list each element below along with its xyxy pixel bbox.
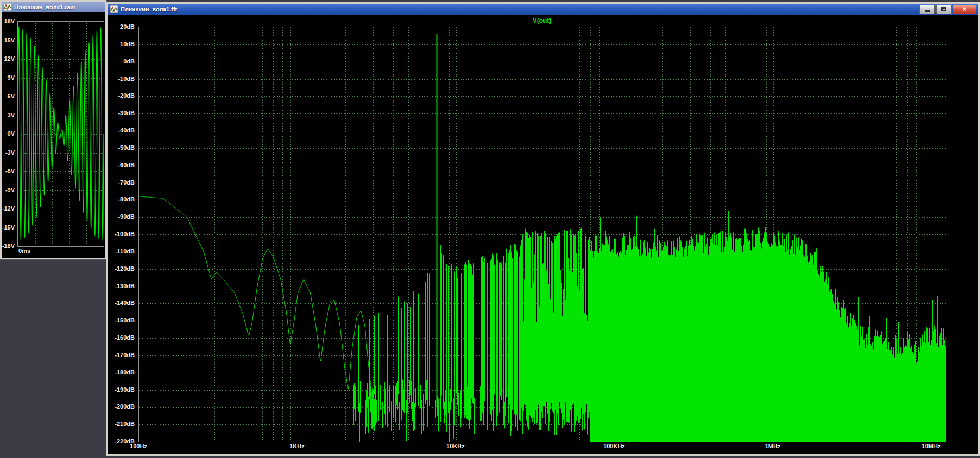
window-controls: × — [919, 5, 976, 14]
fft-y-tick-label: -30dB — [118, 110, 135, 116]
close-icon: × — [963, 6, 966, 12]
raw-y-tick-label: -3V — [5, 149, 15, 156]
fft-y-tick-label: -190dB — [115, 386, 135, 393]
raw-y-tick-label: 3V — [8, 112, 15, 118]
window-raw: Плюшкин_волк1.raw 18V15V12V9V6V3V0V-3V-6… — [0, 0, 106, 259]
fft-y-tick-label: 10dB — [120, 41, 135, 47]
fft-y-tick-label: -90dB — [118, 213, 135, 220]
fft-y-tick-label: -50dB — [118, 144, 135, 151]
window-fft: Плюшкин_волк1.fft × V(out) 20dB10dB0dB-1… — [106, 2, 980, 456]
fft-y-tick-label: -40dB — [118, 127, 135, 133]
waveform-app-icon[interactable] — [4, 3, 11, 11]
fft-y-tick-label: -160dB — [115, 334, 135, 341]
fft-y-tick-label: 20dB — [120, 23, 135, 30]
fft-plot-area[interactable] — [138, 27, 946, 442]
raw-y-tick-label: 15V — [4, 37, 15, 43]
fft-y-tick-label: -20dB — [118, 92, 135, 99]
fft-client: V(out) 20dB10dB0dB-10dB-20dB-30dB-40dB-5… — [108, 15, 978, 454]
raw-client: 18V15V12V9V6V3V0V-3V-6V-9V-12V-15V-18V 0… — [2, 12, 105, 258]
fft-x-tick-label: 10KHz — [434, 443, 477, 449]
raw-plot-area[interactable] — [17, 21, 104, 247]
fft-y-tick-label: -60dB — [118, 162, 135, 168]
fft-x-tick-label: 100Hz — [117, 443, 160, 449]
fft-y-tick-label: -150dB — [115, 317, 135, 323]
raw-window-title: Плюшкин_волк1.raw — [14, 4, 75, 10]
fft-y-tick-label: -130dB — [115, 283, 135, 289]
fft-x-tick-label: 1MHz — [751, 443, 794, 449]
fft-titlebar[interactable]: Плюшкин_волк1.fft × — [108, 4, 978, 15]
fft-y-tick-label: -140dB — [115, 300, 135, 306]
fft-y-tick-label: -180dB — [115, 369, 135, 376]
fft-x-tick-label: 100KHz — [592, 443, 636, 449]
fft-y-tick-label: -210dB — [115, 421, 135, 427]
raw-y-axis-labels: 18V15V12V9V6V3V0V-3V-6V-9V-12V-15V-18V — [2, 21, 16, 246]
fft-y-tick-label: -80dB — [118, 196, 135, 202]
fft-y-tick-label: -170dB — [115, 352, 135, 358]
fft-y-tick-label: -120dB — [115, 265, 135, 272]
fft-y-tick-label: -100dB — [115, 231, 135, 237]
raw-waveform-canvas[interactable] — [18, 22, 104, 246]
raw-y-tick-label: 6V — [8, 93, 15, 99]
raw-y-tick-label: 12V — [4, 55, 15, 62]
raw-titlebar[interactable]: Плюшкин_волк1.raw — [2, 2, 105, 12]
maximize-button[interactable] — [936, 5, 952, 14]
ltspice-desktop: Плюшкин_волк1.raw 18V15V12V9V6V3V0V-3V-6… — [0, 0, 980, 458]
fft-y-tick-label: -10dB — [118, 75, 135, 82]
raw-y-tick-label: -6V — [5, 168, 15, 174]
fft-y-tick-label: -200dB — [115, 403, 135, 410]
raw-y-tick-label: 0V — [8, 130, 15, 137]
raw-y-tick-label: -9V — [5, 187, 15, 193]
raw-y-tick-label: -12V — [2, 205, 15, 212]
raw-y-tick-label: 18V — [4, 18, 15, 24]
fft-y-tick-label: 0dB — [123, 58, 135, 65]
fft-spectrum-canvas[interactable] — [139, 27, 946, 442]
close-button[interactable]: × — [953, 5, 976, 14]
raw-x-axis-labels: 0ms — [17, 247, 103, 256]
maximize-icon — [941, 7, 946, 11]
fft-y-tick-label: -70dB — [118, 179, 135, 186]
minimize-button[interactable] — [919, 5, 935, 14]
fft-x-tick-label: 10MHz — [909, 443, 953, 449]
fft-x-tick-label: 1KHz — [275, 443, 319, 449]
minimize-icon — [925, 10, 930, 12]
raw-y-tick-label: -15V — [2, 224, 15, 231]
raw-y-tick-label: -18V — [2, 243, 15, 249]
fft-trace-label[interactable]: V(out) — [138, 17, 945, 24]
fft-y-axis-labels: 20dB10dB0dB-10dB-20dB-30dB-40dB-50dB-60d… — [108, 27, 137, 441]
fft-x-axis-labels: 100Hz1KHz10KHz100KHz1MHz10MHz — [138, 442, 945, 451]
waveform-app-icon[interactable] — [110, 5, 118, 13]
fft-y-tick-label: -110dB — [115, 248, 135, 255]
fft-window-title: Плюшкин_волк1.fft — [121, 6, 177, 12]
raw-x-tick-label: 0ms — [18, 247, 30, 254]
raw-y-tick-label: 9V — [8, 74, 15, 81]
